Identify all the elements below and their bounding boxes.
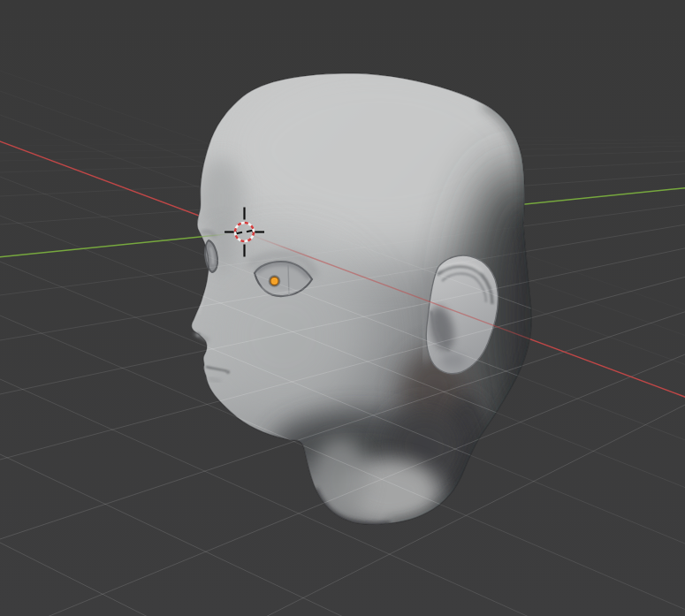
viewport-3d[interactable] [0, 0, 685, 616]
origin-dot[interactable] [270, 277, 278, 285]
ear-lobe-shadow [441, 353, 466, 369]
mouth-corner-shadow [226, 370, 230, 374]
viewport-canvas[interactable] [0, 0, 685, 616]
eye-plane-edge [288, 265, 289, 295]
object-origin[interactable] [270, 276, 280, 286]
